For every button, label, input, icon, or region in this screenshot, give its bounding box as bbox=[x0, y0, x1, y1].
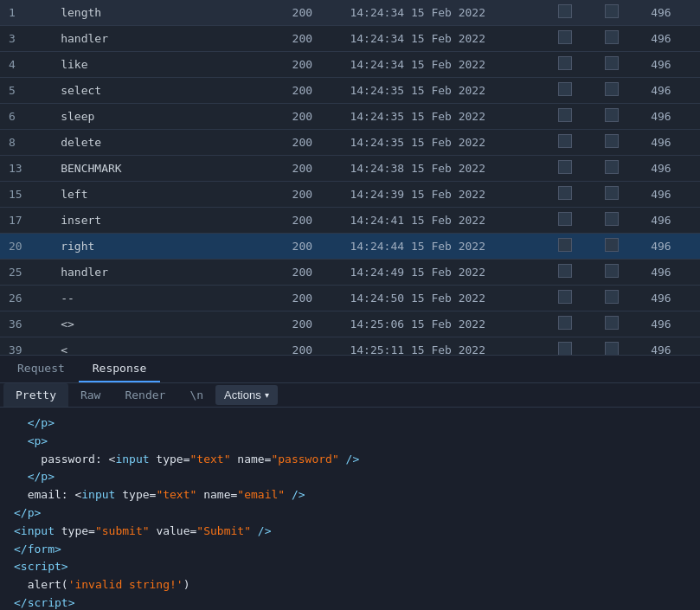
table-row[interactable]: 6 sleep 200 14:24:35 15 Feb 2022 496 bbox=[0, 104, 700, 130]
code-line: password: <input type="text" name="passw… bbox=[0, 451, 700, 469]
requests-table[interactable]: 1 length 200 14:24:34 15 Feb 2022 496 3 … bbox=[0, 0, 700, 355]
checkbox-col5[interactable] bbox=[558, 238, 572, 252]
table-row[interactable]: 36 <> 200 14:25:06 15 Feb 2022 496 bbox=[0, 311, 700, 337]
checkbox-col5[interactable] bbox=[558, 186, 572, 200]
checkbox-col5[interactable] bbox=[558, 316, 572, 330]
checkbox-col5[interactable] bbox=[558, 160, 572, 174]
checkbox-col6[interactable] bbox=[605, 134, 619, 148]
code-line: <p> bbox=[0, 433, 700, 451]
checkbox-col6[interactable] bbox=[605, 212, 619, 226]
code-view: </p> <p> password: <input type="text" na… bbox=[0, 408, 700, 610]
code-line: alert('invalid string!') bbox=[0, 576, 700, 594]
checkbox-col6[interactable] bbox=[605, 4, 619, 18]
table-row[interactable]: 20 right 200 14:24:44 15 Feb 2022 496 bbox=[0, 234, 700, 260]
checkbox-col6[interactable] bbox=[605, 56, 619, 70]
tab-pretty[interactable]: Pretty bbox=[3, 383, 68, 407]
checkbox-col6[interactable] bbox=[605, 186, 619, 200]
tab-request[interactable]: Request bbox=[3, 356, 79, 382]
checkbox-col6[interactable] bbox=[605, 82, 619, 96]
checkbox-col5[interactable] bbox=[558, 264, 572, 278]
actions-label: Actions bbox=[224, 388, 261, 401]
table-row[interactable]: 8 delete 200 14:24:35 15 Feb 2022 496 bbox=[0, 130, 700, 156]
code-line: </script> bbox=[0, 594, 700, 610]
table-row[interactable]: 3 handler 200 14:24:34 15 Feb 2022 496 bbox=[0, 26, 700, 52]
checkbox-col5[interactable] bbox=[558, 134, 572, 148]
checkbox-col5[interactable] bbox=[558, 108, 572, 122]
request-response-tabs[interactable]: Request Response bbox=[0, 355, 700, 383]
checkbox-col6[interactable] bbox=[605, 316, 619, 330]
view-mode-tabs[interactable]: Pretty Raw Render \n Actions ▾ bbox=[0, 383, 700, 408]
checkbox-col5[interactable] bbox=[558, 290, 572, 304]
code-line: </p> bbox=[0, 414, 700, 433]
tab-newline[interactable]: \n bbox=[177, 383, 215, 407]
actions-button[interactable]: Actions ▾ bbox=[215, 385, 278, 405]
table-row[interactable]: 5 select 200 14:24:35 15 Feb 2022 496 bbox=[0, 78, 700, 104]
table-row[interactable]: 1 length 200 14:24:34 15 Feb 2022 496 bbox=[0, 0, 700, 26]
tab-response[interactable]: Response bbox=[79, 356, 161, 382]
table-row[interactable]: 4 like 200 14:24:34 15 Feb 2022 496 bbox=[0, 52, 700, 78]
code-line: <script> bbox=[0, 558, 700, 576]
chevron-down-icon: ▾ bbox=[265, 390, 269, 400]
checkbox-col5[interactable] bbox=[558, 82, 572, 96]
checkbox-col5[interactable] bbox=[558, 4, 572, 18]
table-row[interactable]: 17 insert 200 14:24:41 15 Feb 2022 496 bbox=[0, 208, 700, 234]
checkbox-col5[interactable] bbox=[558, 212, 572, 226]
checkbox-col6[interactable] bbox=[605, 160, 619, 174]
code-line: </p> bbox=[0, 468, 700, 486]
checkbox-col5[interactable] bbox=[558, 342, 572, 355]
code-line: </p> bbox=[0, 504, 700, 523]
table-row[interactable]: 39 < 200 14:25:11 15 Feb 2022 496 bbox=[0, 337, 700, 356]
checkbox-col6[interactable] bbox=[605, 238, 619, 252]
tab-render[interactable]: Render bbox=[112, 383, 177, 407]
checkbox-col5[interactable] bbox=[558, 56, 572, 70]
table-row[interactable]: 15 left 200 14:24:39 15 Feb 2022 496 bbox=[0, 182, 700, 208]
bottom-pane: Request Response Pretty Raw Render \n Ac… bbox=[0, 355, 700, 610]
checkbox-col6[interactable] bbox=[605, 108, 619, 122]
table-row[interactable]: 13 BENCHMARK 200 14:24:38 15 Feb 2022 49… bbox=[0, 156, 700, 182]
table-row[interactable]: 26 -- 200 14:24:50 15 Feb 2022 496 bbox=[0, 286, 700, 311]
code-line: <input type="submit" value="Submit" /> bbox=[0, 523, 700, 541]
checkbox-col6[interactable] bbox=[605, 290, 619, 304]
code-line: email: <input type="text" name="email" /… bbox=[0, 486, 700, 504]
checkbox-col6[interactable] bbox=[605, 342, 619, 355]
checkbox-col6[interactable] bbox=[605, 30, 619, 44]
tab-raw[interactable]: Raw bbox=[68, 383, 112, 407]
code-line: </form> bbox=[0, 541, 700, 559]
table-row[interactable]: 25 handler 200 14:24:49 15 Feb 2022 496 bbox=[0, 260, 700, 286]
checkbox-col6[interactable] bbox=[605, 264, 619, 278]
checkbox-col5[interactable] bbox=[558, 30, 572, 44]
